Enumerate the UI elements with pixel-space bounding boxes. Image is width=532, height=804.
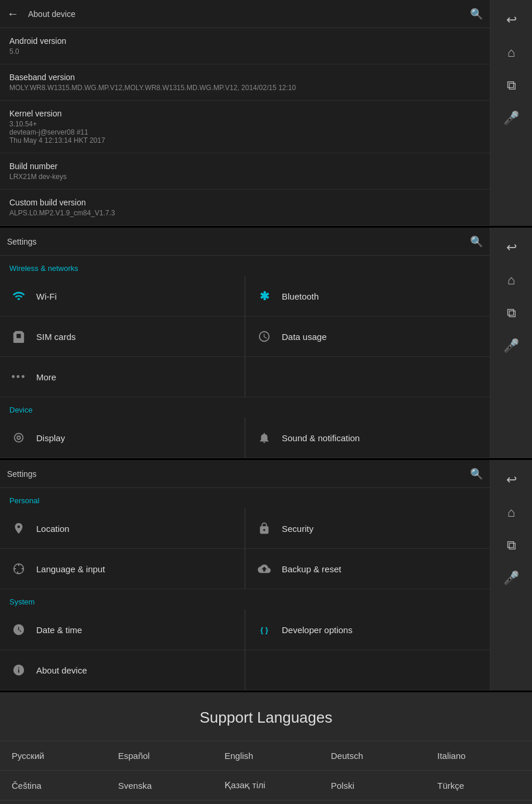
settings-item-date[interactable]: Date & time xyxy=(0,610,245,650)
system-grid: Date & time { } Developer options About … xyxy=(0,610,490,690)
settings-item-bluetooth[interactable]: ✱ Bluetooth xyxy=(245,276,490,317)
language-cell: Italiano xyxy=(426,741,532,771)
location-icon xyxy=(9,519,28,538)
build-number-label: Build number xyxy=(9,162,481,171)
about-device-label: About device xyxy=(36,665,87,675)
recents-nav-button-2[interactable]: ⧉ xyxy=(495,298,528,328)
settings-item-backup[interactable]: Backup & reset xyxy=(245,549,490,589)
more-empty-cell xyxy=(245,357,490,397)
recents-nav-button-3[interactable]: ⧉ xyxy=(495,530,528,561)
custom-build-value: ALPS.L0.MP2.V1.9_cm84_V1.7.3 xyxy=(9,209,481,217)
settings-item-security[interactable]: Security xyxy=(245,508,490,549)
language-label: Language & input xyxy=(36,564,105,574)
language-row: РусскийEspañolEnglishDeutschItaliano xyxy=(0,741,532,771)
support-languages-section: Support Languages РусскийEspañolEnglishD… xyxy=(0,692,532,804)
more-label: More xyxy=(36,372,56,382)
baseband-version-value: MOLY.WR8.W1315.MD.WG.MP.V12,MOLY.WR8.W13… xyxy=(9,84,481,92)
settings-item-data[interactable]: Data usage xyxy=(245,317,490,357)
security-label: Security xyxy=(282,524,313,534)
settings-personal-header: Settings 🔍 xyxy=(0,460,490,488)
language-cell: Svenska xyxy=(106,771,213,800)
home-nav-icon: ⌂ xyxy=(507,45,515,60)
security-icon xyxy=(255,519,274,538)
home-nav-button-2[interactable]: ⌂ xyxy=(495,265,528,296)
kernel-version-value: 3.10.54+ devteam-j@server08 #11 Thu May … xyxy=(9,120,481,145)
about-device-content: ← About device 🔍 Android version 5.0 Bas… xyxy=(0,0,490,226)
wireless-section-label: Wireless & networks xyxy=(0,256,490,276)
settings-wireless-panel: Settings 🔍 Wireless & networks Wi-Fi ✱ B… xyxy=(0,228,532,460)
mic-nav-icon-3: 🎤 xyxy=(503,571,519,586)
back-nav-icon-2: ↩ xyxy=(506,240,517,255)
panel1-sidebar: ↩ ⌂ ⧉ 🎤 xyxy=(490,0,532,226)
sound-icon xyxy=(255,428,274,447)
settings-item-language[interactable]: Language & input xyxy=(0,549,245,589)
back-nav-button-3[interactable]: ↩ xyxy=(495,465,528,495)
settings-item-wifi[interactable]: Wi-Fi xyxy=(0,276,245,317)
settings-item-display[interactable]: Display xyxy=(0,418,245,458)
language-row: ČeštinaSvenskaҚазақ тіліPolskiTürkçe xyxy=(0,771,532,800)
language-cell: Қазақ тілі xyxy=(213,771,319,800)
back-button[interactable]: ← xyxy=(7,7,19,20)
settings-item-about[interactable]: About device xyxy=(0,650,245,690)
settings-item-more[interactable]: ••• More xyxy=(0,357,245,397)
support-languages-title: Support Languages xyxy=(0,692,532,741)
mic-nav-button-2[interactable]: 🎤 xyxy=(495,331,528,361)
settings-header: Settings 🔍 xyxy=(0,228,490,256)
language-cell: English xyxy=(213,741,319,771)
wireless-grid: Wi-Fi ✱ Bluetooth SIM cards xyxy=(0,276,490,397)
data-usage-label: Data usage xyxy=(282,332,327,342)
backup-icon xyxy=(255,559,274,578)
device-grid: Display Sound & notification xyxy=(0,418,490,458)
bluetooth-icon: ✱ xyxy=(255,287,274,305)
custom-build-label: Custom build version xyxy=(9,198,481,207)
recents-nav-icon-2: ⧉ xyxy=(507,305,516,321)
language-cell: Português (Brasil) xyxy=(319,800,426,805)
android-version-label: Android version xyxy=(9,36,481,46)
home-nav-icon-3: ⌂ xyxy=(507,505,515,520)
language-cell: Čeština xyxy=(0,771,106,800)
settings-item-developer[interactable]: { } Developer options xyxy=(245,610,490,650)
date-icon xyxy=(9,620,28,639)
about-device-title: About device xyxy=(28,9,470,19)
language-cell: Қазақ тілі xyxy=(0,800,106,805)
mic-nav-button[interactable]: 🎤 xyxy=(495,103,528,133)
recents-nav-button[interactable]: ⧉ xyxy=(495,70,528,101)
personal-section-label: Personal xyxy=(0,488,490,508)
recents-nav-icon-3: ⧉ xyxy=(507,538,516,553)
wifi-label: Wi-Fi xyxy=(36,291,57,301)
bluetooth-label: Bluetooth xyxy=(282,291,319,301)
mic-nav-button-3[interactable]: 🎤 xyxy=(495,563,528,593)
language-cell: Русский xyxy=(0,741,106,771)
settings-item-sim[interactable]: SIM cards xyxy=(0,317,245,357)
back-nav-button-2[interactable]: ↩ xyxy=(495,232,528,263)
sim-label: SIM cards xyxy=(36,332,76,342)
search-icon[interactable]: 🔍 xyxy=(470,8,483,20)
display-icon xyxy=(9,428,28,447)
settings-title: Settings xyxy=(7,237,470,246)
back-nav-icon-3: ↩ xyxy=(506,472,517,487)
settings-personal-search-icon[interactable]: 🔍 xyxy=(470,468,483,480)
sim-icon xyxy=(9,327,28,346)
settings-personal-panel: Settings 🔍 Personal Location Security xyxy=(0,460,532,692)
more-icon: ••• xyxy=(9,367,28,386)
settings-item-location[interactable]: Location xyxy=(0,508,245,549)
mic-nav-icon: 🎤 xyxy=(503,111,519,126)
home-nav-button-3[interactable]: ⌂ xyxy=(495,497,528,528)
personal-grid: Location Security Language & input xyxy=(0,508,490,589)
build-number-value: LRX21M dev-keys xyxy=(9,173,481,181)
about-device-panel: ← About device 🔍 Android version 5.0 Bas… xyxy=(0,0,532,228)
settings-search-icon[interactable]: 🔍 xyxy=(470,235,483,248)
settings-personal-content: Settings 🔍 Personal Location Security xyxy=(0,460,490,690)
custom-build-item: Custom build version ALPS.L0.MP2.V1.9_cm… xyxy=(0,190,490,226)
language-cell: Türkçe xyxy=(426,771,532,800)
home-nav-button[interactable]: ⌂ xyxy=(495,37,528,68)
language-cell: Deutsch xyxy=(319,741,426,771)
back-nav-button[interactable]: ↩ xyxy=(495,5,528,35)
mic-nav-icon-2: 🎤 xyxy=(503,338,519,353)
about-device-header: ← About device 🔍 xyxy=(0,0,490,28)
sound-label: Sound & notification xyxy=(282,433,360,443)
language-cell: Français xyxy=(426,800,532,805)
baseband-version-label: Baseband version xyxy=(9,73,481,82)
system-section-label: System xyxy=(0,589,490,610)
settings-item-sound[interactable]: Sound & notification xyxy=(245,418,490,458)
